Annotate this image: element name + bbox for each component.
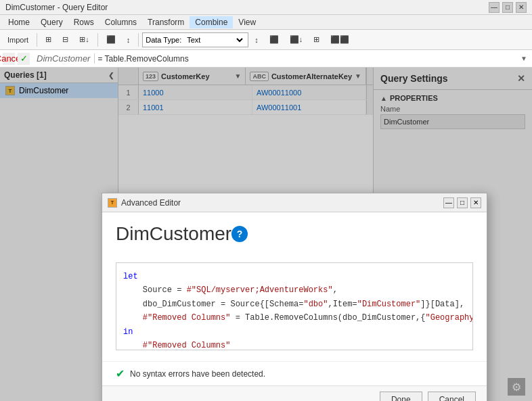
modal-body: DimCustomer ? let Source = #"SQL/myserve… [102, 212, 487, 361]
modal-header-row: DimCustomer ? [116, 223, 473, 256]
fx-label: DimCustomer [32, 53, 95, 64]
ribbon-icon-2[interactable]: ⊟ [58, 33, 73, 46]
close-window-button[interactable]: ✕ [516, 2, 527, 13]
data-type-dropdown[interactable]: Text Whole Number Decimal Date [184, 35, 245, 45]
code-line-3: dbo_DimCustomer = Source{[Schema="dbo",I… [123, 298, 466, 311]
ribbon-icon-5[interactable]: ↕ [122, 34, 135, 46]
ribbon-icon-9[interactable]: ⊞ [309, 33, 324, 46]
ribbon-icon-8[interactable]: ⬛↓ [285, 33, 308, 46]
ribbon-separator-2 [97, 33, 98, 47]
code-line-1: let [123, 270, 466, 283]
modal-overlay: T Advanced Editor — □ ✕ DimCustomer ? le… [0, 68, 532, 401]
modal-maximize-btn[interactable]: □ [457, 197, 468, 208]
window-title: DimCustomer - Query Editor [5, 3, 108, 12]
ribbon-separator-3 [138, 33, 139, 47]
ribbon-icon-10[interactable]: ⬛⬛ [326, 33, 354, 46]
formula-confirm-btn[interactable]: ✓ [18, 53, 30, 65]
code-line-2: Source = #"SQL/myserver;AdventureWorks", [123, 283, 466, 297]
import-button[interactable]: Import [3, 34, 33, 46]
ribbon-icon-7[interactable]: ⬛ [265, 33, 284, 46]
formula-bar: Cancel ✓ DimCustomer = Table.RemoveColum… [0, 50, 532, 68]
data-type-selector[interactable]: Data Type: Text Whole Number Decimal Dat… [142, 32, 248, 47]
help-icon[interactable]: ? [231, 226, 248, 242]
formula-cancel-btn[interactable]: Cancel [3, 53, 15, 65]
code-line-4: #"Removed Columns" = Table.RemoveColumns… [123, 311, 466, 325]
formula-icons: Cancel ✓ [3, 53, 30, 65]
menu-query[interactable]: Query [35, 16, 68, 28]
code-line-5: in [123, 325, 466, 339]
menu-home[interactable]: Home [3, 16, 35, 28]
code-line-6: #"Removed Columns" [123, 339, 466, 350]
ribbon-icon-6[interactable]: ↕ [250, 34, 263, 46]
menu-bar: Home Query Rows Columns Transform Combin… [0, 15, 532, 30]
modal-minimize-btn[interactable]: — [443, 197, 454, 208]
modal-close-btn[interactable]: ✕ [470, 197, 481, 208]
ribbon-icon-3[interactable]: ⊞↓ [74, 33, 94, 46]
advanced-editor-modal: T Advanced Editor — □ ✕ DimCustomer ? le… [102, 193, 487, 401]
cancel-button[interactable]: Cancel [428, 392, 476, 401]
modal-query-name: DimCustomer [116, 223, 231, 245]
modal-status: ✔ No syntax errors have been detected. [102, 361, 487, 385]
menu-combine[interactable]: Combine [190, 16, 233, 28]
main-area: Queries [1] ❮ T DimCustomer 123 Customer… [0, 68, 532, 401]
title-controls: — □ ✕ [489, 2, 527, 13]
status-text: No syntax errors have been detected. [130, 369, 265, 379]
menu-transform[interactable]: Transform [142, 16, 190, 28]
title-bar: DimCustomer - Query Editor — □ ✕ [0, 0, 532, 15]
ribbon-icon-1[interactable]: ⊞ [41, 33, 56, 46]
modal-title-text: Advanced Editor [121, 198, 439, 208]
ribbon-separator-1 [37, 33, 37, 47]
data-type-label: Data Type: [146, 36, 181, 44]
modal-title-bar: T Advanced Editor — □ ✕ [102, 193, 487, 212]
minimize-button[interactable]: — [489, 2, 500, 13]
modal-footer: Done Cancel [102, 385, 487, 401]
formula-input[interactable]: = Table.RemoveColumns [97, 54, 516, 64]
formula-dropdown-arrow[interactable]: ▼ [518, 53, 529, 64]
status-check-icon: ✔ [116, 367, 125, 380]
ribbon-icon-4[interactable]: ⬛ [102, 33, 120, 46]
done-button[interactable]: Done [380, 392, 422, 401]
menu-columns[interactable]: Columns [99, 16, 142, 28]
code-editor[interactable]: let Source = #"SQL/myserver;AdventureWor… [116, 262, 473, 350]
maximize-button[interactable]: □ [502, 2, 513, 13]
menu-rows[interactable]: Rows [68, 16, 99, 28]
modal-title-controls: — □ ✕ [443, 197, 481, 208]
ribbon: Import ⊞ ⊟ ⊞↓ ⬛ ↕ Data Type: Text Whole … [0, 30, 532, 50]
modal-title-icon: T [108, 198, 117, 208]
menu-view[interactable]: View [233, 16, 261, 28]
